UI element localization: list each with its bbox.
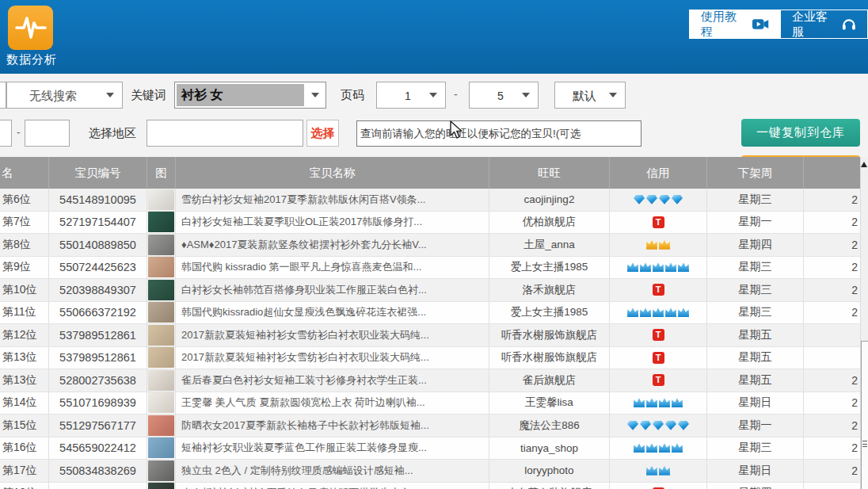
region-input[interactable] — [147, 120, 303, 147]
keyword-input[interactable]: 衬衫 女 — [174, 82, 326, 109]
thumbnail-cell[interactable] — [147, 324, 176, 346]
table-row[interactable]: 第9位 550724425623 韩国代购 kissradio 第一眼平凡上身惊… — [0, 257, 860, 280]
keyword-label: 关键词 — [131, 88, 166, 103]
page-from-select[interactable]: 1 — [376, 82, 446, 109]
crown-blue-credit-icon — [627, 308, 638, 317]
wangwang-input[interactable]: 查询前请输入您的旺旺以便标记您的宝贝!(可选 — [356, 120, 641, 147]
product-thumbnail[interactable] — [148, 415, 174, 436]
product-thumbnail[interactable] — [148, 235, 174, 255]
item-name-cell[interactable]: 2017新款夏装短袖衬衫女雪纺衫白衬衣职业装大码纯... — [176, 347, 489, 369]
thumbnail-cell[interactable] — [147, 234, 176, 256]
item-name-cell[interactable]: 韩国代购kissradio超仙女显瘦浅色飘逸碎花连衣裙强... — [176, 302, 489, 324]
item-name-cell[interactable]: 2017新款夏装短袖衬衫女雪纺衫白衬衣职业装大码纯... — [176, 324, 489, 346]
credit-cell: T — [610, 279, 707, 301]
item-name-cell[interactable]: 雀后春夏白色衬衫女短袖工装寸衫修身衬衣学生正装... — [176, 369, 489, 392]
item-name-cell[interactable]: 短袖衬衫女职业装夏季蓝色工作服正装工装修身显瘦... — [176, 437, 489, 460]
thumbnail-cell[interactable] — [147, 460, 176, 482]
thumbnail-cell[interactable] — [147, 392, 176, 415]
table-row[interactable]: 第8位 550140889850 ♦ASM♦2017夏装新款竖条纹裙摆衬衫外套九… — [0, 234, 860, 257]
item-name-cell[interactable]: 白衬衫女短袖工装夏季职业OL正装2017韩版修身打... — [176, 212, 489, 234]
header-credit[interactable]: 信用 — [610, 157, 707, 189]
crown-blue-credit-icon — [672, 398, 683, 407]
header-delist-date[interactable] — [804, 157, 860, 189]
tmall-credit-icon: T — [653, 374, 664, 386]
rank-cell: 第7位 — [0, 212, 49, 234]
clipped-input-left-2[interactable] — [0, 120, 12, 147]
search-type-select[interactable]: 无线搜索 — [6, 82, 123, 109]
customer-service-button[interactable]: 企业客服 — [780, 10, 867, 38]
crown-blue-credit-icon — [653, 308, 664, 317]
product-thumbnail[interactable] — [148, 257, 174, 277]
product-thumbnail[interactable] — [148, 460, 174, 481]
range-input-2[interactable] — [25, 120, 70, 147]
tutorial-button[interactable]: 使用教程 — [690, 10, 780, 38]
pulse-waveform-icon — [13, 12, 48, 44]
table-row[interactable]: 第14位 551071698939 王雯馨 美人气质 夏新款圆领宽松上衣 荷叶边… — [0, 392, 860, 415]
item-name-cell[interactable]: ♦ASM♦2017夏装新款竖条纹裙摆衬衫外套九分长袖V... — [176, 234, 489, 256]
scroll-up-icon[interactable] — [861, 162, 867, 167]
thumbnail-cell[interactable] — [147, 369, 176, 392]
app-logo[interactable] — [8, 6, 53, 50]
product-thumbnail[interactable] — [148, 325, 174, 346]
product-thumbnail[interactable] — [148, 437, 174, 458]
thumbnail-cell[interactable] — [147, 415, 176, 437]
thumbnail-cell[interactable] — [147, 189, 176, 211]
thumbnail-cell[interactable] — [147, 483, 176, 489]
table-row[interactable]: 第17位 550834838269 独立虫 2色入 / 定制特别纹理质感蝙蝠设计… — [0, 460, 860, 483]
product-thumbnail[interactable] — [148, 483, 174, 489]
header-rank[interactable]: 名 — [0, 157, 49, 189]
delist-date-cell: 2 — [804, 437, 860, 460]
thumbnail-cell[interactable] — [147, 437, 176, 460]
header-item-id[interactable]: 宝贝编号 — [49, 157, 147, 189]
chevron-down-icon[interactable] — [311, 93, 319, 97]
thumbnail-cell[interactable] — [147, 279, 176, 301]
table-row[interactable]: 第12位 537989512861 2017新款夏装短袖衬衫女雪纺衫白衬衣职业装… — [0, 324, 860, 347]
thumbnail-cell[interactable] — [147, 212, 176, 234]
table-row[interactable]: 第6位 545148910095 雪纺白衬衫女短袖2017夏季新款韩版休闲百搭V… — [0, 189, 860, 212]
item-name-cell[interactable]: 王雯馨 美人气质 夏新款圆领宽松上衣 荷叶边喇叭袖... — [176, 392, 489, 415]
copy-to-warehouse-button[interactable]: 一键复制到仓库 — [741, 119, 860, 147]
item-name-cell[interactable]: 韩国代购 kissradio 第一眼平凡上身惊喜燕麦色温和... — [176, 257, 489, 279]
region-select-button[interactable]: 选择 — [306, 120, 339, 147]
crown-blue-credit-icon — [646, 466, 657, 476]
item-id-cell: 550724425623 — [49, 257, 147, 279]
sort-select[interactable]: 默认 — [554, 82, 626, 109]
header-image[interactable]: 图 — [147, 157, 176, 189]
thumbnail-cell[interactable] — [147, 257, 176, 279]
item-name-cell[interactable]: 小身板衬衫女衬衫 夏季纯色显瘦韩版百搭学生上衣... — [176, 483, 489, 489]
wangwang-cell: 土屋_anna — [489, 234, 610, 256]
table-row[interactable]: 第16位 545659022412 短袖衬衫女职业装夏季蓝色工作服正装工装修身显… — [0, 437, 860, 460]
header-delist-week[interactable]: 下架周 — [707, 157, 804, 189]
table-row[interactable]: 第13位 528002735638 雀后春夏白色衬衫女短袖工装寸衫修身衬衣学生正… — [0, 369, 860, 392]
table-row[interactable]: 第18位 539032840394 小身板衬衫女衬衫 夏季纯色显瘦韩版百搭学生上… — [0, 483, 860, 489]
product-thumbnail[interactable] — [148, 370, 174, 391]
thumbnail-cell[interactable] — [147, 302, 176, 324]
diamond-credit-icon — [659, 195, 670, 204]
product-thumbnail[interactable] — [148, 280, 174, 300]
product-thumbnail[interactable] — [148, 392, 174, 413]
item-name-cell[interactable]: 白衬衫女长袖韩范百搭修身职业装工作服正装白色衬... — [176, 279, 489, 301]
crown-blue-credit-icon — [653, 262, 664, 272]
product-thumbnail[interactable] — [148, 347, 174, 368]
table-row[interactable]: 第7位 527197154407 白衬衫女短袖工装夏季职业OL正装2017韩版修… — [0, 212, 860, 235]
product-thumbnail[interactable] — [148, 189, 174, 210]
product-thumbnail[interactable] — [148, 302, 174, 323]
product-thumbnail[interactable] — [148, 212, 174, 232]
table-row[interactable]: 第11位 550666372192 韩国代购kissradio超仙女显瘦浅色飘逸… — [0, 302, 860, 325]
page-to-select[interactable]: 5 — [469, 82, 539, 109]
item-id-cell: 550834838269 — [49, 460, 147, 482]
item-id-cell: 528002735638 — [49, 369, 147, 392]
header-wangwang[interactable]: 旺旺 — [489, 157, 610, 189]
rank-cell: 第6位 — [0, 189, 49, 211]
table-row[interactable]: 第13位 537989512861 2017新款夏装短袖衬衫女雪纺衫白衬衣职业装… — [0, 347, 860, 370]
table-row[interactable]: 第15位 551297567177 防晒衣女2017夏季新款长袖格子中长款衬衫韩… — [0, 415, 860, 437]
crown-blue-credit-icon — [640, 262, 651, 272]
item-name-cell[interactable]: 独立虫 2色入 / 定制特别纹理质感蝙蝠设计感短袖... — [176, 460, 489, 482]
header-item-name[interactable]: 宝贝名称 — [176, 157, 489, 189]
table-row[interactable]: 第10位 520398849307 白衬衫女长袖韩范百搭修身职业装工作服正装白色… — [0, 279, 860, 302]
clipped-input-left-1[interactable] — [0, 82, 6, 109]
thumbnail-cell[interactable] — [147, 347, 176, 369]
item-name-cell[interactable]: 防晒衣女2017夏季新款长袖格子中长款衬衫韩版短袖... — [176, 415, 489, 437]
item-name-cell[interactable]: 雪纺白衬衫女短袖2017夏季新款韩版休闲百搭V领条... — [176, 189, 489, 211]
credit-cell — [610, 189, 707, 211]
